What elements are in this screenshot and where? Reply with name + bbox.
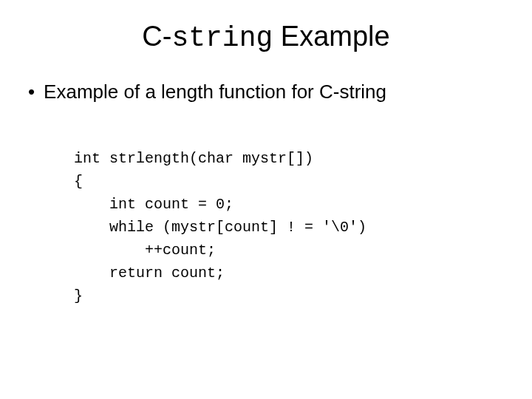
slide: C-string Example • Example of a length f… <box>0 0 532 399</box>
code-line: { <box>74 173 83 190</box>
page-title: C-string Example <box>22 21 510 54</box>
title-mono: string <box>171 22 273 54</box>
code-line: int strlength(char mystr[]) <box>74 150 313 167</box>
bullet-item: • Example of a length function for C-str… <box>28 81 510 103</box>
title-part1: C- <box>142 21 171 52</box>
code-line: ++count; <box>74 242 216 259</box>
code-line: return count; <box>74 265 225 282</box>
code-line: int count = 0; <box>74 196 233 213</box>
bullet-dot: • <box>28 81 35 103</box>
title-part2: Example <box>273 21 389 52</box>
code-line: while (mystr[count] ! = '\0') <box>74 219 366 236</box>
code-block: int strlength(char mystr[]) { int count … <box>74 124 510 330</box>
code-line: } <box>74 287 83 304</box>
bullet-text: Example of a length function for C-strin… <box>44 81 386 103</box>
